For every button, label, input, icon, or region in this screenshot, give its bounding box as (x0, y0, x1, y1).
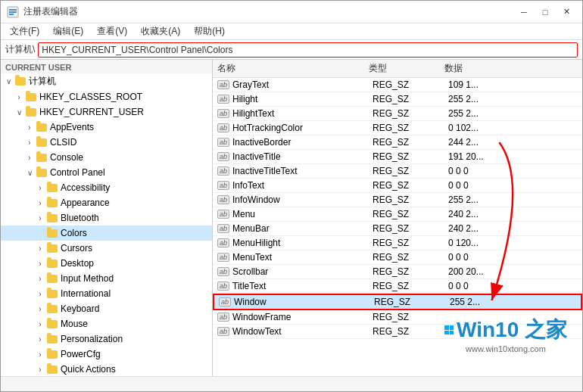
table-row[interactable]: abInfoWindowREG_SZ255 2... (213, 193, 582, 207)
table-row[interactable]: abHilightREG_SZ255 2... (213, 92, 582, 107)
row-data: 255 2... (448, 94, 578, 104)
tree-item-bluetooth[interactable]: ›Bluetooth (1, 210, 212, 226)
folder-icon (46, 348, 58, 360)
tree-item-powercfg[interactable]: ›PowerCfg (1, 347, 212, 362)
tree-label: International (61, 288, 111, 299)
row-type: REG_SZ (373, 238, 448, 248)
table-row[interactable]: abInactiveTitleTextREG_SZ0 0 0 (213, 164, 582, 179)
tree-item-international[interactable]: ›International (1, 286, 212, 301)
tree-item-clsid[interactable]: ›CLSID (1, 135, 212, 150)
row-name: MenuHilight (232, 238, 373, 248)
col-header-type: 类型 (369, 62, 444, 75)
row-data: 255 2... (448, 194, 578, 205)
details-panel[interactable]: 名称 类型 数据 abGrayTextREG_SZ109 1...abHilig… (213, 60, 582, 339)
table-row[interactable]: abGrayTextREG_SZ109 1... (213, 78, 582, 92)
tree-item-mouse[interactable]: ›Mouse (1, 316, 212, 331)
folder-icon (46, 363, 58, 375)
row-type: REG_SZ (373, 151, 448, 162)
tree-item-personalization[interactable]: ›Personalization (1, 331, 212, 347)
folder-icon (36, 121, 48, 133)
tree-label: Mouse (61, 319, 88, 329)
table-row[interactable]: abInactiveBorderREG_SZ244 2... (213, 135, 582, 150)
minimize-button[interactable]: ─ (514, 5, 534, 20)
tree-item-colors[interactable]: Colors (1, 226, 212, 241)
table-row[interactable]: abMenuBarREG_SZ240 2... (213, 222, 582, 236)
row-name: InfoText (232, 180, 373, 191)
tree-arrow: › (34, 244, 46, 253)
row-name: Menu (232, 209, 373, 219)
tree-item-classes_root[interactable]: ›HKEY_CLASSES_ROOT (1, 89, 212, 104)
reg-value-icon: ab (217, 195, 229, 204)
tree-item-accessibility[interactable]: ›Accessibility (1, 180, 212, 195)
reg-value-icon: ab (217, 267, 229, 276)
table-row[interactable]: abWindowREG_SZ255 2... (213, 294, 582, 310)
table-row[interactable]: abMenuHilightREG_SZ0 120... (213, 236, 582, 250)
reg-value-icon: ab (217, 123, 229, 132)
row-data: 240 2... (448, 209, 578, 219)
folder-icon (25, 91, 37, 103)
tree-item-keyboard[interactable]: ›Keyboard (1, 301, 212, 316)
folder-icon (46, 197, 58, 209)
row-type: REG_SZ (373, 137, 448, 148)
title-bar-left: 注册表编辑器 (7, 5, 78, 18)
address-prefix: 计算机\ (5, 43, 35, 56)
row-type: REG_SZ (373, 108, 448, 119)
tree-item-appearance[interactable]: ›Appearance (1, 195, 212, 210)
svg-rect-3 (9, 14, 14, 15)
row-type: REG_SZ (373, 79, 448, 90)
tree-item-quick_actions[interactable]: ›Quick Actions (1, 362, 212, 376)
row-name: InactiveTitleText (232, 166, 373, 176)
reg-value-icon: ab (217, 238, 229, 247)
row-type: REG_SZ (373, 326, 448, 337)
row-type: REG_SZ (373, 166, 448, 176)
row-name: MenuText (232, 252, 373, 263)
table-row[interactable]: abMenuTextREG_SZ0 0 0 (213, 250, 582, 265)
tree-label: Appearance (61, 198, 110, 208)
row-name: WindowText (232, 326, 373, 337)
tree-item-input_method[interactable]: ›Input Method (1, 271, 212, 286)
menu-item[interactable]: 编辑(E) (47, 23, 89, 39)
tree-item-control_panel[interactable]: ∨Control Panel (1, 165, 212, 180)
row-data: 240 2... (448, 223, 578, 234)
row-data: 255 2... (450, 297, 576, 307)
row-name: Hilight (232, 94, 373, 104)
row-data: 0 102... (448, 123, 578, 133)
row-name: InactiveBorder (232, 137, 373, 148)
tree-item-appevents[interactable]: ›AppEvents (1, 120, 212, 135)
table-row[interactable]: abScrollbarREG_SZ200 20... (213, 265, 582, 279)
table-row[interactable]: abTitleTextREG_SZ0 0 0 (213, 279, 582, 294)
tree-panel[interactable]: CURRENT USER ∨计算机›HKEY_CLASSES_ROOT∨HKEY… (1, 60, 213, 376)
menu-item[interactable]: 帮助(H) (188, 23, 231, 39)
tree-item-desktop[interactable]: ›Desktop (1, 256, 212, 271)
tree-arrow: › (34, 214, 46, 222)
col-header-name: 名称 (217, 62, 369, 75)
table-row[interactable]: abHotTrackingColorREG_SZ0 102... (213, 121, 582, 135)
folder-icon (46, 257, 58, 269)
tree-label: Personalization (61, 334, 123, 344)
maximize-button[interactable]: □ (535, 5, 555, 20)
tree-label: HKEY_CLASSES_ROOT (39, 92, 142, 102)
address-input[interactable] (38, 42, 578, 58)
tree-item-computer[interactable]: ∨计算机 (1, 73, 212, 89)
row-name: Window (234, 297, 374, 307)
menu-item[interactable]: 文件(F) (4, 23, 45, 39)
close-button[interactable]: ✕ (556, 5, 576, 20)
table-row[interactable]: abInfoTextREG_SZ0 0 0 (213, 179, 582, 193)
menu-item[interactable]: 查看(V) (91, 23, 133, 39)
tree-label: Bluetooth (61, 213, 99, 223)
tree-label: 计算机 (29, 75, 56, 88)
tree-item-console[interactable]: ›Console (1, 150, 212, 165)
tree-label: Accessibility (61, 182, 110, 193)
tree-arrow: › (34, 260, 46, 268)
panel-wrapper: 名称 类型 数据 abGrayTextREG_SZ109 1...abHilig… (213, 60, 582, 376)
menu-item[interactable]: 收藏夹(A) (135, 23, 186, 39)
folder-icon (36, 166, 48, 179)
folder-icon (46, 272, 58, 285)
table-row[interactable]: abMenuREG_SZ240 2... (213, 207, 582, 222)
tree-item-cursors[interactable]: ›Cursors (1, 241, 212, 256)
row-type: REG_SZ (373, 94, 448, 104)
row-data: 244 2... (448, 137, 578, 148)
table-row[interactable]: abInactiveTitleREG_SZ191 20... (213, 150, 582, 164)
table-row[interactable]: abHilightTextREG_SZ255 2... (213, 107, 582, 121)
tree-item-current_user[interactable]: ∨HKEY_CURRENT_USER (1, 104, 212, 120)
